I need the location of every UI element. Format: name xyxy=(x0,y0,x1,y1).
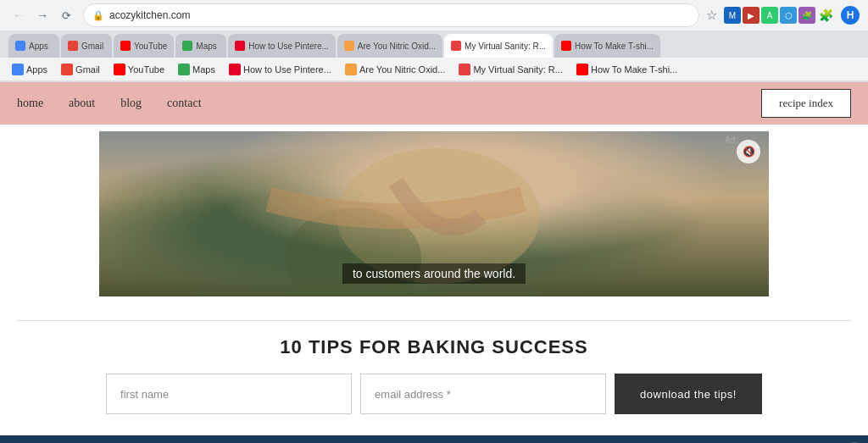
video-wrapper: Ad 🔇 to customers around the world. xyxy=(0,125,868,303)
tab-favicon-maps xyxy=(182,41,192,51)
tab-favicon-virtual-sanity xyxy=(451,41,461,51)
browser-toolbar: ← → ⟳ 🔒 acozykitchen.com ☆ M ▶ A ⬡ 🧩 🧩 H xyxy=(0,0,868,30)
bookmark-maps[interactable]: Maps xyxy=(175,62,219,77)
tab-label-maps: Maps xyxy=(196,42,220,51)
ad-label: Ad xyxy=(725,136,735,145)
refresh-button[interactable]: ⟳ xyxy=(56,5,76,25)
tab-label-pinterest: How to Use Pintere... xyxy=(248,42,328,51)
tab-label-virtual-sanity: My Virtual Sanity: R... xyxy=(465,42,546,51)
tabs-bar: Apps Gmail YouTube Maps How to Use Pinte… xyxy=(0,30,868,58)
address-bar[interactable]: 🔒 acozykitchen.com xyxy=(83,3,699,27)
tab-favicon-apps xyxy=(15,41,25,51)
tab-favicon-youtube xyxy=(120,41,131,51)
nav-blog[interactable]: blog xyxy=(120,93,142,114)
tab-favicon-pinterest xyxy=(235,41,245,51)
nav-about[interactable]: about xyxy=(69,93,95,114)
tab-tshirt[interactable]: How To Make T-shi... xyxy=(554,34,660,58)
nav-contact[interactable]: contact xyxy=(167,93,201,114)
tab-favicon-tshirt xyxy=(561,41,571,51)
bookmarks-bar: Apps Gmail YouTube Maps How to Use Pinte… xyxy=(0,58,868,81)
bookmark-label-pinterest: How to Use Pintere... xyxy=(243,64,331,75)
video-subtitle: to customers around the world. xyxy=(342,263,526,284)
bookmark-favicon-apps xyxy=(12,64,24,75)
browser-chrome: ← → ⟳ 🔒 acozykitchen.com ☆ M ▶ A ⬡ 🧩 🧩 H… xyxy=(0,0,868,82)
tab-favicon-gmail xyxy=(68,41,78,51)
bookmark-star-icon[interactable]: ☆ xyxy=(706,8,717,23)
ext-icon-5[interactable]: 🧩 xyxy=(798,7,815,24)
bookmark-label-gmail: Gmail xyxy=(75,64,100,75)
back-button[interactable]: ← xyxy=(8,5,29,25)
email-input[interactable] xyxy=(360,374,606,414)
main-content: 10 TIPS FOR BAKING SUCCESS download the … xyxy=(0,303,868,427)
section-title: 10 TIPS FOR BAKING SUCCESS xyxy=(17,336,851,358)
ext-icon-4[interactable]: ⬡ xyxy=(780,7,797,24)
bookmark-favicon-youtube xyxy=(114,64,125,75)
tab-label-youtube: YouTube xyxy=(134,42,167,51)
tab-label-apps: Apps xyxy=(29,42,53,51)
first-name-input[interactable] xyxy=(106,374,352,414)
url-text: acozykitchen.com xyxy=(109,9,190,21)
bookmark-favicon-nitric xyxy=(345,64,357,75)
bookmark-favicon-tshirt xyxy=(576,64,588,75)
site-nav: home about blog contact recipe index xyxy=(0,82,868,125)
bookmark-label-tshirt: How To Make T-shi... xyxy=(591,64,677,75)
forward-button[interactable]: → xyxy=(32,5,53,25)
download-button[interactable]: download the tips! xyxy=(615,374,762,414)
recipe-index-button[interactable]: recipe index xyxy=(761,89,851,118)
bookmark-youtube[interactable]: YouTube xyxy=(110,62,168,77)
bookmark-label-nitric: Are You Nitric Oxid... xyxy=(359,64,446,75)
bottom-ad: SWAROVSKI SHOP NOW × xyxy=(0,435,868,443)
tab-label-gmail: Gmail xyxy=(81,42,105,51)
bookmark-virtual-sanity[interactable]: My Virtual Sanity: R... xyxy=(455,62,566,77)
tab-maps[interactable]: Maps xyxy=(175,34,226,58)
tab-label-tshirt: How To Make T-shi... xyxy=(575,42,654,51)
tab-label-nitric: Are You Nitric Oxid... xyxy=(358,42,436,51)
bookmark-label-youtube: YouTube xyxy=(128,64,164,75)
tab-youtube[interactable]: YouTube xyxy=(114,34,174,58)
ext-icon-puzzle[interactable]: 🧩 xyxy=(817,7,834,24)
tab-pinterest[interactable]: How to Use Pintere... xyxy=(228,34,335,58)
bookmark-favicon-gmail xyxy=(61,64,73,75)
ext-icon-3[interactable]: A xyxy=(761,7,778,24)
profile-avatar[interactable]: H xyxy=(841,6,860,25)
tab-nitric[interactable]: Are You Nitric Oxid... xyxy=(337,34,442,58)
bookmark-favicon-virtual-sanity xyxy=(459,64,470,75)
bookmark-favicon-maps xyxy=(178,64,190,75)
bookmark-label-apps: Apps xyxy=(26,64,47,75)
lock-icon: 🔒 xyxy=(92,10,104,21)
signup-form: download the tips! xyxy=(17,374,851,414)
nav-buttons: ← → ⟳ xyxy=(8,5,76,25)
bookmark-apps[interactable]: Apps xyxy=(8,62,51,77)
nav-home[interactable]: home xyxy=(17,93,43,114)
nav-links: home about blog contact xyxy=(17,93,761,114)
website: home about blog contact recipe index Ad … xyxy=(0,82,868,443)
tab-gmail[interactable]: Gmail xyxy=(61,34,112,58)
bookmark-gmail[interactable]: Gmail xyxy=(58,62,103,77)
bookmark-tshirt[interactable]: How To Make T-shi... xyxy=(573,62,681,77)
mute-button[interactable]: 🔇 xyxy=(737,140,760,163)
bookmark-label-maps: Maps xyxy=(192,64,215,75)
ext-icon-1[interactable]: M xyxy=(724,7,741,24)
section-divider xyxy=(17,320,851,321)
bookmark-pinterest[interactable]: How to Use Pintere... xyxy=(225,62,335,77)
bookmark-nitric[interactable]: Are You Nitric Oxid... xyxy=(342,62,449,77)
ext-icon-2[interactable]: ▶ xyxy=(743,7,760,24)
tab-virtual-sanity[interactable]: My Virtual Sanity: R... xyxy=(444,34,553,58)
bookmark-favicon-pinterest xyxy=(229,64,241,75)
tab-apps[interactable]: Apps xyxy=(8,34,59,58)
video-container: Ad 🔇 to customers around the world. xyxy=(99,131,769,296)
bookmark-label-virtual-sanity: My Virtual Sanity: R... xyxy=(473,64,563,75)
tab-favicon-nitric xyxy=(344,41,354,51)
extensions-row: M ▶ A ⬡ 🧩 🧩 xyxy=(724,7,834,24)
